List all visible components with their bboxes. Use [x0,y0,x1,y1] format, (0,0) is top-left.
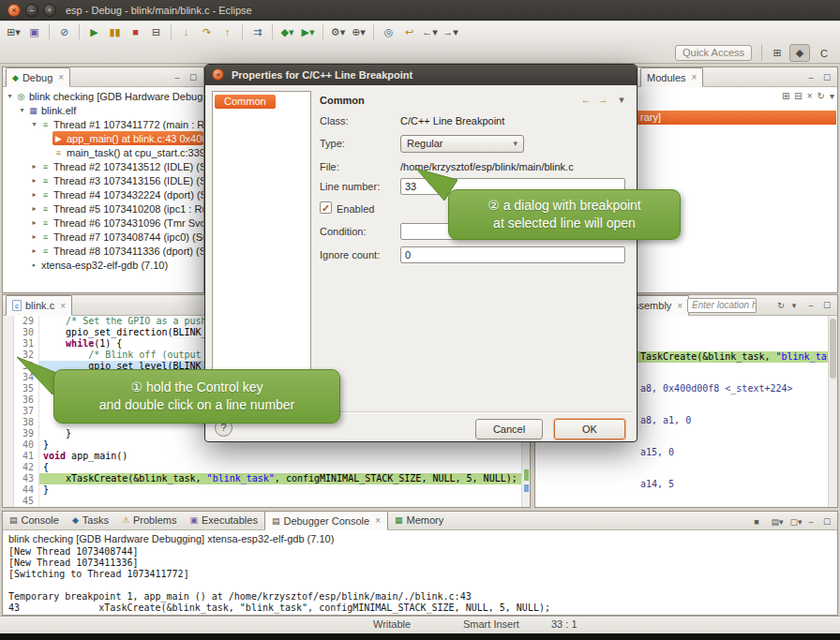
close-icon[interactable]: × [692,72,698,82]
tree-row-launch[interactable]: ▾◎blink checking [GDB Hardware Debug [3,89,203,103]
maximize-view-icon[interactable]: ☐ [819,298,834,312]
tree-row-frame-appmain[interactable]: ▶app_main() at blink.c:43 0x400db [3,131,203,145]
tree-row-thread6[interactable]: ▸≡Thread #6 1073431096 (Tmr Svc) (S [3,216,203,230]
tree-row-thread7[interactable]: ▸≡Thread #7 1073408744 (ipc0) (Susp [3,230,203,244]
tree-row-thread5[interactable]: ▸≡Thread #5 1073410208 (ipc1 : Runni [3,201,203,216]
sidebar-item-common[interactable]: Common [215,95,276,109]
tree-row-thread2[interactable]: ▸≡Thread #2 1073413512 (IDLE) (Susp [3,159,203,173]
open-console-icon[interactable]: ▤▾ [770,514,785,528]
line-number[interactable]: 40 [14,439,39,451]
nav-forward-icon[interactable]: → [595,92,610,107]
step-into-button[interactable]: ↓ [176,22,196,41]
window-minimize-icon[interactable]: – [25,4,38,17]
view-menu-icon[interactable]: ▾ [830,91,834,101]
close-icon[interactable]: × [60,301,66,311]
ok-button[interactable]: OK [554,419,625,439]
cancel-button[interactable]: Cancel [475,419,543,439]
line-number[interactable]: 29 [14,316,39,327]
tab-blink-c[interactable]: c blink.c × [6,295,72,316]
debug-tree[interactable]: ▾◎blink checking [GDB Hardware Debug ▾▦b… [3,87,203,292]
cpp-perspective-button[interactable]: C [814,44,834,62]
expander-icon[interactable]: ▾ [5,92,15,100]
view-menu-icon[interactable]: ▾ [787,298,802,312]
tree-row-binary[interactable]: ▾▦blink.elf [3,103,203,117]
tree-row-frame-maintask[interactable]: ≡main_task() at cpu_start.c:339 0x4 [3,145,203,159]
tab-executables[interactable]: ▣Executables [183,511,263,529]
close-icon[interactable]: × [58,72,64,82]
search-button[interactable]: ◎ [379,22,398,41]
expander-icon[interactable]: ▸ [29,232,39,241]
tab-debugger-console[interactable]: ▤Debugger Console× [264,511,388,530]
maximize-view-icon[interactable]: ☐ [819,514,834,528]
tree-row-thread4[interactable]: ▸≡Thread #4 1073432224 (dport) (Sus [3,187,203,201]
line-number[interactable]: 42 [14,462,39,473]
save-button[interactable]: ▣ [24,22,44,41]
code-line[interactable]: 45 [3,496,530,507]
quick-access-button[interactable]: Quick Access [675,45,752,61]
disconnect-button[interactable]: ⊟ [146,22,166,41]
maximize-view-icon[interactable]: ☐ [186,70,201,84]
modules-selected-row[interactable]: rary] [637,111,836,125]
dialog-close-icon[interactable]: × [212,68,224,81]
line-number[interactable]: 39 [14,428,39,439]
minimize-view-icon[interactable]: – [803,70,818,84]
line-number[interactable]: 41 [14,451,39,462]
close-icon[interactable]: × [375,515,381,526]
expander-icon[interactable]: ▸ [29,190,39,199]
code-line[interactable]: 42{ [3,462,530,473]
suspend-button[interactable]: ▮▮ [105,22,125,41]
tab-problems[interactable]: ⚠Problems [115,511,184,529]
expand-all-icon[interactable]: ⊟ [794,91,802,101]
run-button[interactable]: ▶▾ [298,22,318,41]
minimize-view-icon[interactable]: – [803,298,818,312]
tab-tasks[interactable]: ◆Tasks [66,511,115,529]
scrollbar[interactable] [828,316,837,507]
console-output[interactable]: blink checking [GDB Hardware Debugging] … [3,530,837,615]
scrollbar-thumb[interactable] [830,319,836,379]
window-close-icon[interactable]: × [8,4,21,17]
collapse-all-icon[interactable]: ⊞ [782,91,789,101]
last-edit-location-button[interactable]: ↩ [399,22,419,41]
display-console-icon[interactable]: ▢▾ [788,514,803,528]
line-number[interactable]: 36 [14,394,39,406]
expander-icon[interactable]: ▸ [29,218,39,227]
ruler-mark-occurrence[interactable] [524,484,529,492]
tree-row-thread3[interactable]: ▸≡Thread #3 1073413156 (IDLE) (Susp [3,173,203,187]
external-tools-button[interactable]: ⚙▾ [328,22,348,41]
location-input[interactable]: Enter location here [687,298,757,313]
terminate-console-icon[interactable]: ■ [749,514,764,528]
skip-breakpoints-button[interactable]: ⊘ [54,22,74,41]
minimize-view-icon[interactable]: – [170,70,185,84]
code-line[interactable]: 41void app_main() [3,451,530,462]
tab-debug[interactable]: ◆ Debug × [6,67,70,87]
tree-row-thread1[interactable]: ▾≡Thread #1 1073411772 (main : Runn [3,117,203,131]
expander-icon[interactable]: ▸ [29,204,39,213]
nav-back-icon[interactable]: ← [578,92,593,107]
expander-icon[interactable]: ▾ [29,120,39,128]
line-number[interactable]: 45 [14,496,39,507]
close-icon[interactable]: × [677,301,682,311]
tree-row-gdb[interactable]: ▪xtensa-esp32-elf-gdb (7.10) [3,258,203,272]
debug-button[interactable]: ◆▾ [278,22,297,41]
line-number[interactable]: 31 [14,338,39,350]
line-number[interactable]: 38 [14,417,39,428]
ignore-count-input[interactable] [400,246,625,263]
type-select[interactable]: Regular▾ [400,135,524,153]
tree-row-thread8[interactable]: ▸≡Thread #8 1073411336 (dport) (Sus [3,244,203,258]
step-return-button[interactable]: ↑ [218,22,237,41]
new-project-button[interactable]: ⊕▾ [349,22,368,41]
open-perspective-button[interactable]: ⊞ [767,44,788,62]
ruler-mark-current-line[interactable] [524,469,529,481]
code-line[interactable]: 44} [3,484,530,496]
terminate-button[interactable]: ■ [126,22,145,41]
minimize-view-icon[interactable]: – [803,514,818,528]
resume-button[interactable]: ▶ [84,22,104,41]
line-number[interactable]: 37 [14,406,39,417]
expander-icon[interactable]: ▸ [29,176,39,185]
back-button[interactable]: ←▾ [420,22,440,41]
maximize-view-icon[interactable]: ☐ [819,70,834,84]
expander-icon[interactable]: ▸ [29,246,39,255]
remove-icon[interactable]: × [807,91,813,101]
line-number[interactable]: 44 [14,484,39,496]
forward-button[interactable]: →▾ [441,22,460,41]
